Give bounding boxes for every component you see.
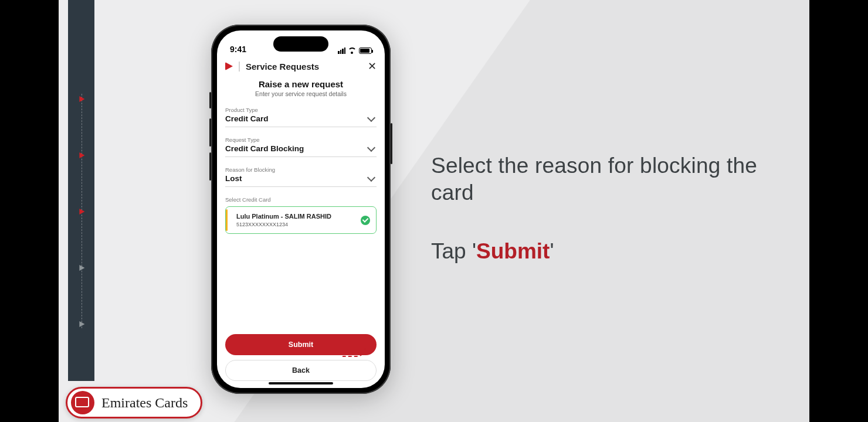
letterbox-left: [0, 0, 59, 422]
status-indicators: [338, 47, 372, 54]
check-icon: [361, 216, 370, 225]
product-type-value: Credit Card: [225, 114, 269, 123]
phone-side-button-icon: [391, 123, 392, 164]
selected-card-number: 5123XXXXXXXX1234: [233, 222, 369, 227]
home-indicator-icon: [269, 382, 333, 384]
cards-icon: [71, 391, 94, 414]
reason-label: Reason for Blocking: [225, 166, 377, 173]
submit-button[interactable]: Submit: [225, 334, 377, 355]
chevron-down-icon: [367, 143, 375, 151]
progress-rail: [68, 0, 94, 381]
progress-step-2-icon: [79, 152, 84, 158]
page-title: Raise a new request: [225, 79, 377, 89]
close-button[interactable]: ✕: [368, 61, 377, 72]
screen-body: Raise a new request Enter your service r…: [217, 78, 385, 388]
progress-step-3-icon: [79, 209, 84, 215]
back-button[interactable]: Back: [225, 360, 377, 381]
app-header: Service Requests ✕: [217, 56, 385, 78]
phone-side-button-icon: [209, 118, 211, 147]
wifi-icon: [348, 47, 357, 54]
request-type-label: Request Type: [225, 137, 377, 143]
app-header-title: Service Requests: [239, 62, 319, 72]
button-area: Submit Back: [225, 334, 377, 381]
progress-step-1-icon: [79, 96, 84, 102]
phone-side-button-icon: [209, 92, 211, 108]
battery-icon: [359, 47, 372, 54]
instruction-line-2-pre: Tap ': [431, 239, 476, 263]
progress-step-4-icon: [79, 265, 84, 271]
instruction-line-2-highlight: Submit: [476, 239, 550, 263]
brand-label: Emirates Cards: [101, 395, 188, 411]
page-heading: Raise a new request Enter your service r…: [225, 79, 377, 97]
instruction-line-2-post: ': [550, 239, 554, 263]
selected-card-option[interactable]: Lulu Platinum - SALIM RASHID 5123XXXXXXX…: [225, 206, 377, 234]
instruction-line-1: Select the reason for blocking the card: [431, 152, 774, 207]
chevron-down-icon: [367, 113, 375, 121]
phone-screen: 9:41 Service Requests ✕ Raise a new requ…: [217, 30, 385, 388]
request-type-value: Credit Card Blocking: [225, 144, 304, 153]
instruction-line-2: Tap 'Submit': [431, 239, 774, 264]
dynamic-island-icon: [273, 36, 328, 52]
phone-mockup: 9:41 Service Requests ✕ Raise a new requ…: [211, 25, 391, 394]
status-time: 9:41: [230, 45, 246, 54]
product-type-label: Product Type: [225, 107, 377, 113]
phone-side-button-icon: [209, 152, 211, 181]
selected-card-name: Lulu Platinum - SALIM RASHID: [233, 213, 369, 220]
reason-select[interactable]: Reason for Blocking Lost: [225, 166, 377, 187]
letterbox-right: [809, 0, 868, 422]
instructions: Select the reason for blocking the card …: [431, 152, 774, 264]
progress-step-5-icon: [79, 321, 84, 327]
app-logo-icon: [225, 62, 233, 70]
reason-value: Lost: [225, 174, 242, 183]
product-type-select[interactable]: Product Type Credit Card: [225, 107, 377, 127]
select-card-label: Select Credit Card: [225, 196, 377, 203]
page-subtitle: Enter your service request details: [225, 90, 377, 97]
request-type-select[interactable]: Request Type Credit Card Blocking: [225, 137, 377, 157]
cellular-icon: [338, 47, 345, 54]
chevron-down-icon: [367, 173, 375, 181]
brand-chip: Emirates Cards: [66, 387, 202, 418]
stage: Select the reason for blocking the card …: [59, 0, 809, 422]
